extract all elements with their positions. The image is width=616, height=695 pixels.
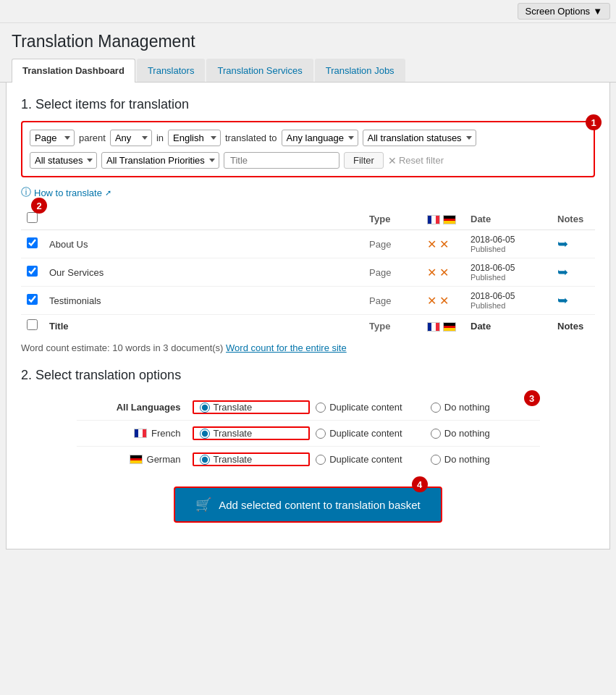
external-link-icon: ➚ [105,188,111,198]
priorities-select[interactable]: All Translation Priorities High Normal L… [101,152,219,169]
all-languages-row: All Languages 3 Translate Duplicate cont… [77,395,540,421]
tabs-container: Translation Dashboard Translators Transl… [0,59,616,83]
german-duplicate-cell: Duplicate content [310,452,425,466]
french-label: French [77,428,193,439]
tab-dashboard[interactable]: Translation Dashboard [12,59,135,83]
row-1-flags: ✕ ✕ [421,230,465,258]
language-select[interactable]: English French German [168,130,221,146]
in-label: in [156,132,164,143]
table-row: Our Services Page ✕ ✕ 2018-06-05 Publish… [21,258,595,287]
filter-row-2: All statuses Published Draft All Transla… [30,152,586,169]
col-header-date: Date [465,208,552,230]
col-header-type: Type [363,208,421,230]
col-footer-notes: Notes [552,315,595,337]
row-1-de-status: ✕ [439,238,449,250]
row-3-checkbox[interactable] [27,294,38,305]
row-2-fr-status: ✕ [427,266,436,279]
type-select[interactable]: Page Post Media [30,130,75,146]
french-duplicate-radio[interactable] [316,429,326,439]
word-count: Word count estimate: 10 words in 3 docum… [21,342,595,353]
row-3-type: Page [363,287,421,315]
badge-4: 4 [412,476,428,492]
french-duplicate-cell: Duplicate content [310,426,425,440]
french-nothing-cell: Do nothing [425,426,540,440]
french-nothing-radio[interactable] [431,429,441,439]
german-flag-footer [443,322,456,332]
word-count-link[interactable]: Word count for the entire site [226,342,347,353]
row-3-notes: ➥ [552,287,595,315]
status-select[interactable]: All translation statuses Needs translati… [363,130,476,146]
all-languages-label: All Languages [77,402,193,413]
main-content: 1. Select items for translation 1 Page P… [6,83,610,549]
col-header-check: 2 [21,208,43,230]
col-footer-flags [421,315,465,337]
row-2-flags: ✕ ✕ [421,258,465,287]
french-flag [134,429,147,438]
col-footer-check [21,315,43,337]
col-header-flags [421,208,465,230]
reset-filter[interactable]: ✕ Reset filter [388,155,444,167]
section2-heading: 2. Select translation options [21,368,595,383]
any-language-select[interactable]: Any language French German [282,130,358,146]
row-1-fr-status: ✕ [427,238,436,250]
row-3-date: 2018-06-05 Published [465,287,552,315]
row-3-de-status: ✕ [439,295,449,307]
row-1-title: About Us [43,230,363,258]
badge-3: 3 [524,390,540,406]
french-options: Translate Duplicate content Do nothing [193,426,540,440]
col-footer-type: Type [363,315,421,337]
row-1-date: 2018-06-05 Published [465,230,552,258]
select-all-checkbox[interactable] [27,212,38,223]
german-nothing-radio[interactable] [431,455,441,465]
row-2-checkbox[interactable] [27,266,38,277]
all-nothing-radio[interactable] [431,403,441,413]
row-1-notes-button[interactable]: ➥ [557,236,568,252]
french-row: French Translate Duplicate content Do no… [77,421,540,447]
row-3-fr-status: ✕ [427,295,436,307]
filter-button[interactable]: Filter [344,152,384,169]
row-2-date: 2018-06-05 Published [465,258,552,287]
col-header-title: Title [43,208,363,230]
parent-select[interactable]: Any None [110,130,152,146]
german-translate-cell: Translate [193,452,311,466]
screen-options-button[interactable]: Screen Options ▼ [518,3,610,20]
french-translate-radio[interactable] [200,429,210,439]
section1-heading: 1. Select items for translation [21,97,595,112]
row-1-checkbox[interactable] [27,237,38,248]
screen-options-label: Screen Options [526,6,591,17]
translated-to-label: translated to [225,132,277,143]
row-3-notes-button[interactable]: ➥ [557,292,568,308]
tab-translators[interactable]: Translators [137,59,206,82]
german-row: German Translate Duplicate content Do no… [77,447,540,472]
chevron-down-icon: ▼ [593,6,602,17]
content-table: 2 Title Type Date Notes About Us Page [21,208,595,337]
german-nothing-cell: Do nothing [425,452,540,466]
reset-x-icon: ✕ [388,155,397,167]
all-nothing-cell: Do nothing [425,400,540,414]
row-1-notes: ➥ [552,230,595,258]
title-filter-input[interactable] [224,152,339,169]
page-title: Translation Management [0,23,616,59]
german-duplicate-radio[interactable] [316,455,326,465]
all-languages-options: 3 Translate Duplicate content Do nothing [193,400,540,414]
german-flag-header [443,215,456,224]
french-translate-cell: Translate [193,426,311,440]
section2-container: All Languages 3 Translate Duplicate cont… [21,395,595,534]
col-footer-title: Title [43,315,363,337]
german-options: Translate Duplicate content Do nothing [193,452,540,466]
all-translate-radio[interactable] [200,403,210,413]
row-3-flags: ✕ ✕ [421,287,465,315]
german-translate-radio[interactable] [200,455,210,465]
tab-jobs[interactable]: Translation Jobs [315,59,405,82]
all-duplicate-radio[interactable] [316,403,326,413]
how-to-translate-link[interactable]: ⓘ How to translate ➚ [21,186,595,199]
add-to-basket-button[interactable]: 🛒 Add selected content to translation ba… [174,486,442,523]
select-all-footer-checkbox[interactable] [27,319,38,330]
all-duplicate-cell: Duplicate content [310,400,425,414]
tab-services[interactable]: Translation Services [206,59,313,82]
row-2-notes-button[interactable]: ➥ [557,264,568,280]
basket-btn-wrap: 4 🛒 Add selected content to translation … [174,486,442,523]
all-statuses-select[interactable]: All statuses Published Draft [30,152,97,169]
options-table: All Languages 3 Translate Duplicate cont… [77,395,540,472]
row-3-title: Testimonials [43,287,363,315]
